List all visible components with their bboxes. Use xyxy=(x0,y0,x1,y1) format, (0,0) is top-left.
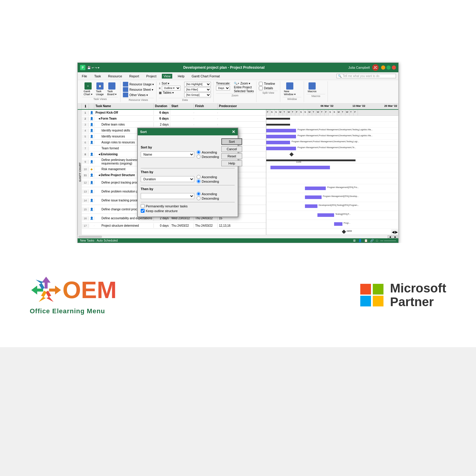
finish-header[interactable]: Finish xyxy=(194,104,218,109)
then-by-descending-option-1[interactable]: Descending xyxy=(197,179,219,183)
outline-select[interactable]: Outline ▾ xyxy=(162,86,181,90)
then-by-select-1[interactable]: Duration Name Start Finish xyxy=(141,176,194,182)
filter-select[interactable]: [No Filter] xyxy=(184,87,211,92)
permanently-renumber-checkbox[interactable] xyxy=(141,204,145,208)
day-w: W xyxy=(287,110,291,115)
resource-sheet-row[interactable]: Resource Sheet ▾ xyxy=(123,87,154,92)
start-header[interactable]: Start xyxy=(170,104,194,109)
then-by-descending-option-2[interactable]: Descending xyxy=(197,196,219,200)
scroll-left-btn[interactable]: ◀ xyxy=(388,235,392,238)
then-by-ascending-option-2[interactable]: Ascending xyxy=(197,192,219,196)
gantt-milestone-label-17: 24/03 xyxy=(347,230,352,232)
then-by-descending-radio-2[interactable] xyxy=(197,196,201,200)
new-window-icon xyxy=(286,82,293,90)
timeline-checkbox[interactable] xyxy=(259,82,263,86)
day-t4: T xyxy=(320,110,325,115)
details-row[interactable]: Details xyxy=(259,86,275,90)
macros-label: Macros xyxy=(306,94,325,98)
menu-task[interactable]: Task xyxy=(93,74,103,79)
menu-view[interactable]: View xyxy=(162,74,173,79)
task-name-cell[interactable]: Define team roles xyxy=(94,122,154,127)
ribbon-group-window: NewWindow ▾ Window xyxy=(280,81,304,102)
resource-usage-row[interactable]: Resource Usage ▾ xyxy=(123,82,154,87)
zoom-in-row[interactable]: 🔍+ Zoom ▾ xyxy=(234,82,254,85)
highlight-row[interactable]: [No Highlight] xyxy=(184,82,211,87)
svg-marker-2 xyxy=(46,291,54,302)
menu-gantt-format[interactable]: Gantt Chart Format xyxy=(190,74,222,79)
search-box[interactable]: 🔍 Tell me what you want to do xyxy=(336,74,396,78)
predecessor-header[interactable]: Predecessor xyxy=(218,104,233,109)
entire-project-row[interactable]: Entire Project xyxy=(234,86,254,89)
title-bar-right: Julia Campbell JC xyxy=(348,64,396,71)
resource-views-btns: Resource Usage ▾ Resource Sheet ▾ Other … xyxy=(123,82,154,97)
then-by-select-2[interactable]: Name Duration Start Finish xyxy=(141,193,194,199)
days-row[interactable]: Days xyxy=(216,86,230,90)
keep-outline-label: Keep outline structure xyxy=(146,209,178,213)
maximize-button[interactable] xyxy=(386,65,391,70)
task-usage-button[interactable]: 📋 TaskUsage xyxy=(95,82,105,96)
menu-resource[interactable]: Resource xyxy=(106,74,124,79)
menu-help[interactable]: Help xyxy=(176,74,186,79)
scroll-right-btn[interactable]: ▶ xyxy=(393,235,398,238)
sort-by-ascending-option[interactable]: Ascending xyxy=(197,150,219,154)
outline-row[interactable]: ≡ Outline ▾ xyxy=(159,86,181,90)
finish-cell xyxy=(194,124,218,125)
new-window-button[interactable]: NewWindow ▾ xyxy=(283,82,297,96)
dialog-close-button[interactable]: ✕ xyxy=(232,129,235,134)
day-f2: F xyxy=(295,110,300,115)
search-placeholder: Tell me what you want to do xyxy=(343,74,379,78)
minimize-button[interactable] xyxy=(381,65,385,70)
selected-tasks-row[interactable]: Selected Tasks xyxy=(234,90,254,93)
then-by-descending-radio-1[interactable] xyxy=(197,179,201,183)
sort-by-descending-option[interactable]: Descending xyxy=(197,155,219,159)
menu-project[interactable]: Project xyxy=(144,74,158,79)
row-num: 8 xyxy=(82,152,89,156)
tables-row[interactable]: ▦ Tables ▾ xyxy=(159,91,181,94)
sort-by-ascending-radio[interactable] xyxy=(197,150,201,154)
task-name-header[interactable]: Task Name xyxy=(94,104,154,109)
highlight-select[interactable]: [No Highlight] xyxy=(184,82,211,87)
task-name-cell[interactable]: Project structure determined xyxy=(94,223,154,228)
keep-outline-checkbox-item[interactable]: Keep outline structure xyxy=(141,209,235,213)
dialog-divider-1 xyxy=(141,168,235,168)
sort-by-section: Sort by Name Duration Start Finish xyxy=(141,145,219,159)
reset-button[interactable]: Reset xyxy=(221,153,242,159)
details-checkbox[interactable] xyxy=(259,86,263,90)
sort-by-select[interactable]: Name Duration Start Finish xyxy=(141,151,194,157)
row-icon: 👤 xyxy=(89,160,94,164)
macros-button[interactable]: Macros xyxy=(306,82,318,93)
nav-right-arrow[interactable]: ▶ xyxy=(395,230,398,234)
task-board-button[interactable]: TaskBoard ▾ xyxy=(106,82,118,96)
scroll-thumb[interactable] xyxy=(78,236,102,238)
timeline-label: Timeline xyxy=(264,82,275,85)
ribbon-groups: ≡ GanttChart ▾ 📋 TaskUsage Ta xyxy=(80,81,396,102)
then-by-ascending-radio-2[interactable] xyxy=(197,192,201,196)
group-select[interactable]: [No Group] xyxy=(184,93,211,97)
duration-cell: 0 days xyxy=(154,223,170,228)
task-name-cell[interactable]: ◂ Form Team xyxy=(94,116,154,121)
timescale-select[interactable]: Days xyxy=(216,86,230,90)
cancel-button[interactable]: Cancel xyxy=(221,146,242,152)
outer-wrapper: P 💾 ↩ ↪ ▾ Development project plan - Pro… xyxy=(0,0,476,347)
ms-project-window: P 💾 ↩ ↪ ▾ Development project plan - Pro… xyxy=(77,62,399,243)
sort-button[interactable]: Sort xyxy=(221,138,242,145)
close-button[interactable] xyxy=(392,65,396,70)
help-button[interactable]: Help xyxy=(221,160,242,166)
duration-header[interactable]: Duration xyxy=(154,104,170,109)
other-views-row[interactable]: Other Views ▾ xyxy=(123,93,154,97)
group-row[interactable]: [No Group] xyxy=(184,93,211,97)
keep-outline-checkbox[interactable] xyxy=(141,209,145,213)
filter-row[interactable]: [No Filter] xyxy=(184,87,211,92)
then-by-ascending-radio-1[interactable] xyxy=(197,175,201,179)
menu-report[interactable]: Report xyxy=(127,74,141,79)
permanently-renumber-checkbox-item[interactable]: Permanently renumber tasks xyxy=(141,204,235,208)
nav-left-arrow[interactable]: ◀ xyxy=(392,230,394,234)
sort-row[interactable]: ↕ Sort ▾ xyxy=(159,82,181,85)
sort-by-descending-radio[interactable] xyxy=(197,155,201,159)
timeline-row[interactable]: Timeline xyxy=(259,82,275,86)
gantt-chart-button[interactable]: ≡ GanttChart ▾ xyxy=(82,82,94,96)
menu-file[interactable]: File xyxy=(80,74,89,79)
then-by-ascending-option-1[interactable]: Ascending xyxy=(197,175,219,179)
task-name-cell[interactable]: Project Kick-Off xyxy=(94,110,154,115)
user-avatar[interactable]: JC xyxy=(372,64,379,71)
